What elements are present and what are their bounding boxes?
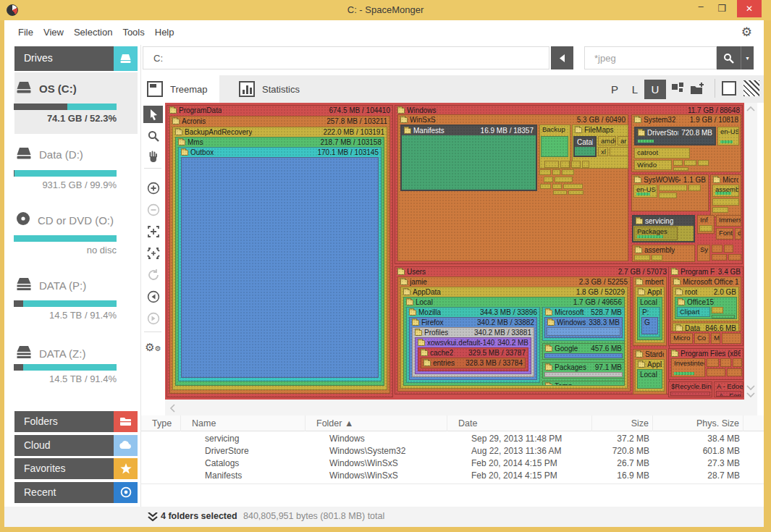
treemap-node-immersiveco[interactable]: ImmersiveCo [716,215,741,227]
treemap-tile[interactable] [712,254,727,261]
column-header-folder[interactable]: Folder ▲ [306,415,447,431]
treemap-tile[interactable] [722,333,741,344]
treemap-node-sy[interactable]: Sy [697,245,710,261]
search-input[interactable] [584,46,717,69]
sidebar-item-cloud[interactable]: Cloud [14,435,138,456]
treemap-tile[interactable] [610,147,628,156]
drive-item-data-p[interactable]: DATA (P:) [16,277,86,294]
treemap-node-ar[interactable]: ar [618,136,628,145]
hatch-texture-icon[interactable] [743,80,759,96]
table-row[interactable]: CatalogsWindows\WinSxSFeb 20, 2014 4:15 … [141,457,764,470]
treemap-node-temp[interactable]: Temp [542,381,625,386]
treemap-tile[interactable] [553,190,567,195]
menu-item-tools[interactable]: Tools [122,27,144,38]
drive-item-data-d[interactable]: Data (D:) [16,147,83,162]
menu-item-file[interactable]: File [18,27,33,38]
drive-item-cd-or-dvd-o[interactable]: CD or DVD (O:) [16,211,114,229]
treemap-vertical-scrollbar[interactable] [744,103,757,400]
treemap-node-g[interactable]: G [641,317,658,334]
menu-item-view[interactable]: View [43,27,64,38]
treemap-tile[interactable] [728,254,741,261]
close-button[interactable]: ✕ [737,0,762,17]
treemap-tile[interactable] [673,160,683,166]
treemap-tile[interactable] [547,327,620,336]
tab-treemap[interactable]: Treemap [141,75,219,103]
sidebar-item-favorites[interactable]: Favorites [14,458,138,479]
treemap-node-co[interactable]: Co [694,333,709,344]
shrink-view-icon[interactable] [143,245,163,262]
treemap-tile[interactable] [181,157,379,378]
menu-item-selection[interactable]: Selection [74,27,112,38]
treemap-tile[interactable] [712,315,735,318]
view-mode-p-button[interactable]: P [607,80,623,99]
treemap-tile[interactable] [544,161,559,168]
search-dropdown-icon[interactable]: ▼ [741,46,754,69]
column-header-name[interactable]: Name [181,415,306,431]
treemap-tile[interactable] [712,198,739,206]
treemap-node-a-fon[interactable]: A - Fon [716,391,741,397]
treemap-tile[interactable] [699,225,712,232]
treemap-node-micro[interactable]: Micro [670,333,693,344]
treemap-tile[interactable] [571,161,581,168]
treemap-tile[interactable] [544,177,553,182]
column-header-date[interactable]: Date [447,415,592,431]
treemap-node-catalogs[interactable]: Catalogs [573,136,597,157]
treemap-tile[interactable] [712,307,723,313]
zoom-in-icon[interactable] [143,180,163,197]
treemap-tile[interactable] [544,353,623,358]
treemap-tile[interactable] [707,358,719,367]
treemap-tile[interactable] [724,245,733,253]
column-header-phys-size[interactable]: Phys. Size [653,415,743,431]
gears-icon[interactable]: ⚙⚙ [143,339,163,356]
sidebar-item-recent[interactable]: Recent [14,482,138,503]
treemap-tile[interactable] [684,160,696,166]
magnifier-icon[interactable] [143,127,163,145]
treemap-node-manifests[interactable]: Manifests16.9 MB / 18357 [400,124,537,191]
sidebar-item-folders[interactable]: Folders [14,411,138,432]
treemap-node-investintec[interactable]: Investintec [671,358,705,377]
treemap-tile[interactable] [563,184,583,189]
search-icon[interactable] [717,46,741,69]
drive-item-os-c[interactable]: OS (C:) [16,81,77,96]
treemap-node-assembly[interactable]: assembly [712,185,739,197]
treemap-tile[interactable] [541,136,568,157]
treemap-canvas[interactable]: ProgramData674.5 MB / 104410Acronis257.8… [165,103,744,400]
treemap-tile[interactable] [539,169,551,175]
treemap-node-data[interactable]: Data846.6 MB [673,323,739,332]
drive-item-data-z[interactable]: DATA (Z:) [16,345,85,362]
treemap-tile[interactable] [552,169,560,175]
treemap-tile[interactable] [712,245,722,253]
tab-statistics[interactable]: Statistics [233,75,311,103]
drives-header[interactable]: Drives [14,46,138,71]
cursor-icon[interactable] [143,106,163,123]
treemap-tile[interactable] [568,190,583,195]
treemap-node-en-us[interactable]: en-US [717,127,739,145]
treemap-node-windo[interactable]: Windo [634,160,672,170]
treemap-tile[interactable] [688,185,701,191]
treemap-node-driverstore[interactable]: DriverStore720.8 MB [634,127,716,145]
view-mode-u-button[interactable]: U [644,80,666,99]
treemap-tile[interactable] [560,161,570,168]
treemap-tile[interactable] [698,160,709,166]
treemap-tile[interactable] [712,207,728,213]
treemap-tile[interactable] [540,184,551,189]
treemap-tile[interactable] [659,193,677,198]
column-header-size[interactable]: Size [592,415,653,431]
treemap-tile[interactable] [707,368,725,376]
treemap-tile[interactable] [552,184,562,189]
treemap-tile[interactable] [727,368,742,376]
menu-item-help[interactable]: Help [155,27,174,38]
hand-icon[interactable] [143,148,163,165]
table-row[interactable]: DriverStoreWindows\System32Aug 22, 2013 … [141,445,764,457]
treemap-node-catroot[interactable]: catroot [634,148,690,159]
column-header-type[interactable]: Type [141,415,181,431]
treemap-tile[interactable] [670,392,710,396]
treemap-tile[interactable] [733,358,742,367]
navigate-back-icon[interactable] [143,288,163,305]
treemap-node-amd64[interactable]: amd64 [598,136,616,145]
layout-grid-icon[interactable] [670,81,686,100]
treemap-tile[interactable] [562,169,574,175]
expand-view-icon[interactable] [143,223,163,240]
treemap-node-en-us[interactable]: en-US [633,185,657,198]
treemap-node-m[interactable]: M [711,333,720,344]
